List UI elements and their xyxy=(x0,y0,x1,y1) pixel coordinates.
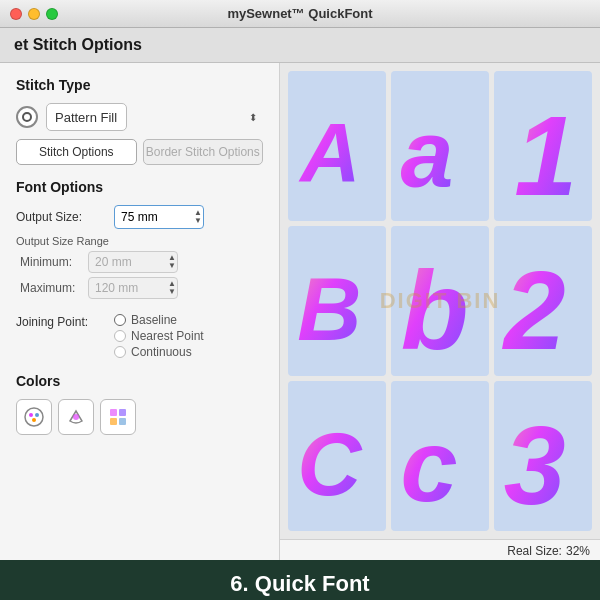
close-button[interactable] xyxy=(10,8,22,20)
radio-inner xyxy=(22,112,32,122)
minimum-down[interactable]: ▼ xyxy=(168,262,176,270)
main-window: et Stitch Options Stitch Type Pattern Fi… xyxy=(0,28,600,560)
bottom-title: 6. Quick Font xyxy=(230,571,369,597)
letter-B-svg: B xyxy=(295,237,378,364)
real-size-label: Real Size: xyxy=(507,544,562,558)
preview-cell-c: c xyxy=(391,381,489,531)
preview-cell-b: b xyxy=(391,226,489,376)
svg-point-0 xyxy=(25,408,43,426)
stitch-options-button[interactable]: Stitch Options xyxy=(16,139,137,165)
maximum-label: Maximum: xyxy=(20,281,80,295)
select-arrow-icon: ⬍ xyxy=(249,112,257,123)
maximum-row: Maximum: ▲ ▼ xyxy=(16,277,263,299)
svg-point-1 xyxy=(29,413,33,417)
preview-cell-2: 2 xyxy=(494,226,592,376)
minimize-button[interactable] xyxy=(28,8,40,20)
stitch-type-select[interactable]: Pattern Fill xyxy=(46,103,127,131)
minimum-spin-buttons: ▲ ▼ xyxy=(168,251,176,273)
real-size-value: 32% xyxy=(566,544,590,558)
colors-section: Colors xyxy=(16,373,263,435)
right-panel-wrapper: DIGIT BIN A xyxy=(280,63,600,560)
baseline-label: Baseline xyxy=(131,313,177,327)
color-grid-button[interactable] xyxy=(100,399,136,435)
letter-1-svg: 1 xyxy=(501,82,584,209)
minimum-label: Minimum: xyxy=(20,255,80,269)
joining-nearest-point[interactable]: Nearest Point xyxy=(114,329,204,343)
bottom-bar: 6. Quick Font xyxy=(0,560,600,600)
svg-text:c: c xyxy=(401,408,458,520)
fill-icon xyxy=(66,407,86,427)
stitch-buttons-row: Stitch Options Border Stitch Options xyxy=(16,139,263,165)
panel-title: et Stitch Options xyxy=(14,36,142,53)
stitch-type-radio-icon[interactable] xyxy=(16,106,38,128)
letter-A-svg: A xyxy=(295,82,378,209)
window-title: mySewnet™ QuickFont xyxy=(227,6,372,21)
maximum-down[interactable]: ▼ xyxy=(168,288,176,296)
output-size-spin-buttons: ▲ ▼ xyxy=(194,205,202,229)
nearest-point-label: Nearest Point xyxy=(131,329,204,343)
svg-text:1: 1 xyxy=(515,93,578,210)
svg-rect-6 xyxy=(119,409,126,416)
svg-text:C: C xyxy=(298,415,364,514)
baseline-radio[interactable] xyxy=(114,314,126,326)
joining-continuous[interactable]: Continuous xyxy=(114,345,204,359)
svg-text:b: b xyxy=(401,248,469,364)
svg-text:a: a xyxy=(401,102,454,208)
svg-text:3: 3 xyxy=(504,403,566,519)
left-panel: Stitch Type Pattern Fill ⬍ Stitch Option… xyxy=(0,63,280,560)
joining-row: Joining Point: Baseline Nearest Point xyxy=(16,313,263,359)
color-palette-button[interactable] xyxy=(16,399,52,435)
joining-baseline[interactable]: Baseline xyxy=(114,313,204,327)
svg-point-2 xyxy=(35,413,39,417)
maximum-spinner: ▲ ▼ xyxy=(88,277,178,299)
output-size-down[interactable]: ▼ xyxy=(194,217,202,225)
minimum-row: Minimum: ▲ ▼ xyxy=(16,251,263,273)
palette-icon xyxy=(24,407,44,427)
letter-c-svg: c xyxy=(398,392,481,519)
svg-text:B: B xyxy=(298,260,362,359)
content-area: Stitch Type Pattern Fill ⬍ Stitch Option… xyxy=(0,63,600,560)
maximum-input[interactable] xyxy=(88,277,178,299)
stitch-type-row: Pattern Fill ⬍ xyxy=(16,103,263,131)
nearest-point-radio[interactable] xyxy=(114,330,126,342)
letter-a-svg: a xyxy=(398,82,481,209)
preview-cell-B: B xyxy=(288,226,386,376)
svg-point-4 xyxy=(73,414,79,420)
maximize-button[interactable] xyxy=(46,8,58,20)
preview-cell-A: A xyxy=(288,71,386,221)
color-fill-button[interactable] xyxy=(58,399,94,435)
joining-radio-group: Baseline Nearest Point Continuous xyxy=(114,313,204,359)
svg-point-3 xyxy=(32,418,36,422)
minimum-spinner: ▲ ▼ xyxy=(88,251,178,273)
font-options-section: Font Options Output Size: ▲ ▼ Output Siz… xyxy=(16,179,263,299)
svg-rect-5 xyxy=(110,409,117,416)
svg-text:2: 2 xyxy=(502,248,566,364)
svg-rect-8 xyxy=(119,418,126,425)
window-controls xyxy=(10,8,58,20)
font-options-title: Font Options xyxy=(16,179,263,195)
panel-header: et Stitch Options xyxy=(0,28,600,63)
svg-text:A: A xyxy=(299,107,361,200)
color-icons-row xyxy=(16,399,263,435)
letter-3-svg: 3 xyxy=(501,392,584,519)
continuous-radio[interactable] xyxy=(114,346,126,358)
grid-icon xyxy=(108,407,128,427)
maximum-spin-buttons: ▲ ▼ xyxy=(168,277,176,299)
output-size-spinner: ▲ ▼ xyxy=(114,205,204,229)
stitch-type-title: Stitch Type xyxy=(16,77,263,93)
preview-cell-1: 1 xyxy=(494,71,592,221)
output-size-input[interactable] xyxy=(114,205,204,229)
real-size-bar: Real Size: 32% xyxy=(280,539,600,560)
svg-rect-7 xyxy=(110,418,117,425)
output-size-label: Output Size: xyxy=(16,210,106,224)
title-bar: mySewnet™ QuickFont xyxy=(0,0,600,28)
output-size-row: Output Size: ▲ ▼ xyxy=(16,205,263,229)
letter-C-svg: C xyxy=(295,392,378,519)
preview-cell-3: 3 xyxy=(494,381,592,531)
border-stitch-button[interactable]: Border Stitch Options xyxy=(143,139,264,165)
joining-point-label: Joining Point: xyxy=(16,313,106,329)
letter-b-svg: b xyxy=(398,237,481,364)
output-size-range-label: Output Size Range xyxy=(16,235,263,247)
stitch-type-select-wrapper: Pattern Fill ⬍ xyxy=(46,103,263,131)
minimum-input[interactable] xyxy=(88,251,178,273)
